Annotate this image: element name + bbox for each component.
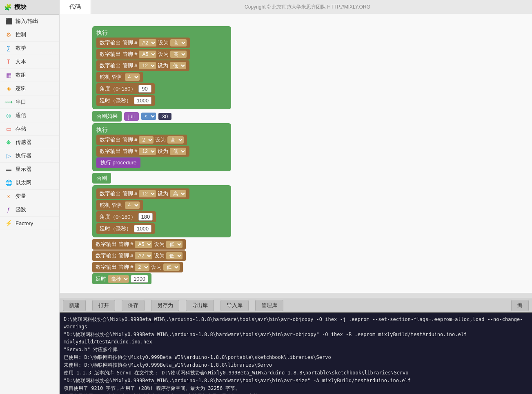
control-icon: ⚙ (5, 31, 12, 38)
sidebar-item-comm[interactable]: ◎ 通信 (0, 109, 59, 122)
digital-out-label9: 数字输出 管脚 # (96, 263, 133, 271)
servo-row2: 舵机 管脚 4 (96, 200, 227, 210)
actuator-icon: ▷ (5, 152, 12, 159)
save-as-button[interactable]: 另存为 (151, 300, 179, 311)
console-line: 使用 1.1.3 版本的库 Servo 在文件夹： D:\物联网科技协会\Mix… (64, 369, 528, 376)
sidebar-item-factory[interactable]: ⚡ Factory (0, 217, 59, 230)
servo-block1: 舵机 管脚 4 (96, 72, 143, 82)
sidebar-item-control[interactable]: ⚙ 控制 (0, 28, 59, 42)
pin-select-3[interactable]: 12 (139, 62, 156, 69)
servo-pin-select2[interactable]: 4 (125, 201, 140, 209)
sidebar-item-array[interactable]: ▦ 数组 (0, 69, 59, 82)
export-button[interactable]: 导出库 (186, 300, 214, 311)
pin-select-6[interactable]: 12 (139, 190, 156, 197)
val-select-1[interactable]: 高 (170, 39, 187, 46)
sidebar-item-logic[interactable]: ◈ 逻辑 (0, 82, 59, 95)
bottom-rows: 数字输出 管脚 # A5 设为 低 数字输出 管脚 # A2 (92, 239, 524, 284)
digital-out-label4: 数字输出 管脚 # (100, 136, 137, 144)
sidebar-item-io[interactable]: ⬛ 输入/输出 (0, 15, 59, 28)
sidebar-item-ethernet[interactable]: 🌐 以太网 (0, 176, 59, 190)
digital-out-row7: 数字输出 管脚 # A5 设为 低 (92, 239, 524, 250)
op-select[interactable]: < (141, 113, 156, 120)
sidebar-label-comm: 通信 (16, 112, 26, 119)
import-button[interactable]: 导入库 (220, 300, 249, 311)
else-if-label: 否则如果 (92, 111, 122, 122)
sidebar-item-text[interactable]: T 文本 (0, 55, 59, 69)
delay-final-block: 延时 毫秒 1000 (92, 273, 151, 284)
sidebar-label-control: 控制 (16, 31, 26, 38)
digital-out-label3: 数字输出 管脚 # (100, 62, 137, 69)
save-button[interactable]: 保存 (122, 300, 145, 311)
var-juli: juli (124, 112, 139, 121)
digital-out-block7: 数字输出 管脚 # A5 设为 低 (92, 239, 186, 250)
app-container: 🧩 模块 ⬛ 输入/输出 ⚙ 控制 ∑ 数学 T 文本 ▦ 数组 ◈ 逻辑 ⟿ … (0, 0, 532, 394)
sidebar-item-variable[interactable]: x 变量 (0, 190, 59, 203)
val-select-4[interactable]: 高 (167, 136, 184, 144)
val-select-3[interactable]: 低 (170, 62, 186, 69)
else-if-value: 30 (158, 113, 171, 120)
pin-select-9[interactable]: 2 (135, 263, 149, 271)
servo-block2: 舵机 管脚 4 (96, 200, 143, 210)
digital-out-label5: 数字输出 管脚 # (100, 148, 137, 155)
set-label8: 设为 (154, 252, 165, 259)
digital-out-row6: 数字输出 管脚 # 12 设为 高 (96, 188, 227, 199)
delay-ms-label1: 延时（毫秒） (100, 97, 131, 104)
blocks-canvas: 执行 数字输出 管脚 # A2 设为 高 (60, 14, 532, 293)
sidebar-item-function[interactable]: ƒ 函数 (0, 203, 59, 217)
val-select-6[interactable]: 高 (170, 190, 186, 197)
else-if-row: 否则如果 juli < 30 (92, 111, 524, 122)
sidebar-item-storage[interactable]: ▭ 存储 (0, 122, 59, 136)
val-select-5[interactable]: 低 (170, 148, 186, 155)
pin-select-7[interactable]: A5 (135, 241, 152, 248)
sidebar-label-function: 函数 (16, 206, 26, 213)
sidebar-item-serial[interactable]: ⟿ 串口 (0, 95, 59, 109)
exec2-label: 执行 (96, 126, 108, 134)
console-line: 已使用: D:\物联网科技协会\Mixly0.999Beta_WIN\ardui… (64, 354, 528, 361)
pin-select-2[interactable]: A5 (139, 51, 156, 58)
servo-pin-select1[interactable]: 4 (125, 73, 140, 81)
val-select-2[interactable]: 高 (170, 51, 187, 58)
exec1-label: 执行 (96, 29, 108, 37)
delay-row1: 延时（毫秒） 1000 (96, 95, 227, 106)
array-icon: ▦ (5, 71, 12, 79)
pin-select-1[interactable]: A2 (139, 39, 156, 46)
sidebar-item-math[interactable]: ∑ 数学 (0, 42, 59, 55)
console-line: D:\物联网科技协会\Mixly0.999Beta_WIN\.\arduino-… (64, 316, 528, 330)
val-select-8[interactable]: 低 (166, 252, 183, 259)
storage-icon: ▭ (5, 125, 12, 133)
digital-out-row3: 数字输出 管脚 # 12 设为 低 (96, 60, 227, 71)
val-select-7[interactable]: 低 (166, 241, 183, 248)
new-button[interactable]: 新建 (63, 300, 86, 311)
exec-procedure-block: 执行 procedure (96, 157, 140, 168)
sidebar-label-factory: Factory (16, 220, 33, 226)
tab-code[interactable]: 代码 (60, 0, 91, 14)
edit-button[interactable]: 编 (511, 300, 529, 311)
sidebar-label-actuator: 执行器 (16, 152, 31, 159)
sidebar-title: 模块 (14, 3, 27, 11)
console-line: "D:\物联网科技协会\Mixly0.999Beta_WIN\.\arduino… (64, 377, 528, 384)
sidebar-item-sensor[interactable]: ❋ 传感器 (0, 136, 59, 149)
function-icon: ƒ (5, 206, 12, 213)
scrollbar-h[interactable] (60, 293, 532, 298)
angle-value2: 180 (138, 213, 153, 221)
sidebar-header: 🧩 模块 (0, 0, 59, 15)
sidebar-label-logic: 逻辑 (16, 85, 26, 92)
sidebar-label-math: 数学 (16, 44, 26, 52)
pin-select-8[interactable]: A2 (135, 252, 152, 259)
sidebar-item-display[interactable]: ▬ 显示器 (0, 163, 59, 176)
open-button[interactable]: 打开 (92, 300, 115, 311)
pin-select-5[interactable]: 12 (139, 148, 156, 155)
canvas-area[interactable]: 执行 数字输出 管脚 # A2 设为 高 (60, 14, 532, 293)
console-area[interactable]: D:\物联网科技协会\Mixly0.999Beta_WIN\.\arduino-… (60, 312, 532, 394)
sidebar-label-array: 数组 (16, 71, 26, 79)
digital-out-block2: 数字输出 管脚 # A5 设为 高 (96, 49, 190, 60)
val-select-9[interactable]: 低 (163, 263, 180, 271)
pin-select-4[interactable]: 2 (139, 136, 154, 144)
servo-row1: 舵机 管脚 4 (96, 72, 227, 82)
manage-button[interactable]: 管理库 (255, 300, 283, 311)
console-line: 未使用: D:\物联网科技协会\Mixly0.999Beta_WIN\ardui… (64, 361, 528, 369)
delay-unit-select[interactable]: 毫秒 (108, 275, 129, 283)
logic-icon: ◈ (5, 85, 12, 92)
sidebar-item-actuator[interactable]: ▷ 执行器 (0, 149, 59, 163)
digital-out-label7: 数字输出 管脚 # (96, 241, 133, 248)
